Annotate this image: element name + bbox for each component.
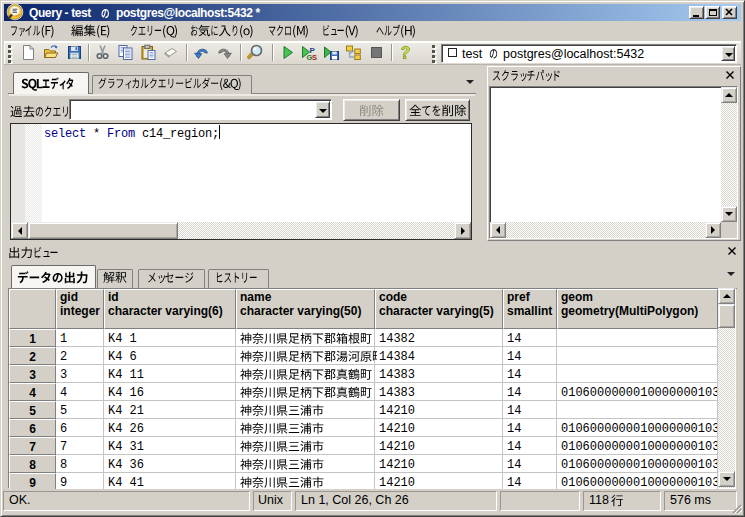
svg-text:S: S <box>312 53 317 62</box>
